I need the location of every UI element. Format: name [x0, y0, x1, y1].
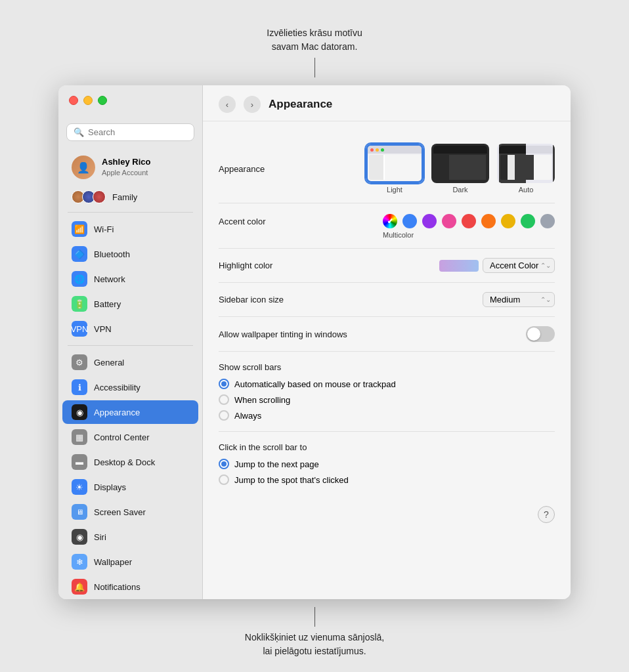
scroll-always-option[interactable]: Always [219, 410, 555, 421]
wallpaper-tinting-label: Allow wallpaper tinting in windows [219, 329, 347, 339]
thumb-content-light [369, 155, 420, 180]
profile-text: Ashley Rico Apple Account [102, 157, 150, 177]
thumb-sidebar-light [369, 155, 383, 180]
click-scroll-section: Click in the scroll bar to Jump to the n… [219, 432, 555, 495]
accent-color-multicolor[interactable]: ✓ [383, 214, 397, 228]
highlight-preview [439, 260, 479, 272]
thumb-main-auto [516, 155, 552, 180]
scroll-when-scrolling-radio[interactable] [219, 394, 229, 405]
accent-color-row: Accent color ✓ [219, 203, 555, 249]
appearance-thumb-light[interactable] [366, 144, 423, 183]
appearance-option-auto[interactable]: Auto [497, 144, 555, 194]
accent-color-green[interactable] [521, 214, 535, 228]
tooltip-bottom: Noklikšķiniet uz vienuma sānjoslā, lai p… [58, 607, 571, 658]
search-input[interactable] [88, 127, 187, 137]
highlight-color-select[interactable]: Accent Color [483, 258, 555, 273]
show-scroll-bars-label: Show scroll bars [219, 362, 555, 372]
thumb-content-auto [500, 155, 552, 180]
sidebar-icon-size-control: Medium [483, 292, 555, 307]
vpn-icon: VPN [72, 321, 87, 337]
accent-color-graphite[interactable] [540, 214, 555, 228]
accent-color-blue[interactable] [402, 214, 417, 228]
accent-color-pink[interactable] [442, 214, 456, 228]
sidebar-item-wifi[interactable]: 📶 Wi-Fi [62, 217, 198, 241]
appearance-option-light[interactable]: Light [366, 144, 423, 194]
thumb-content-dark [435, 155, 486, 180]
avatar: 👤 [72, 156, 95, 179]
help-button[interactable]: ? [538, 506, 555, 523]
content-body: Appearance [203, 121, 571, 599]
sidebar-item-family[interactable]: Family [62, 186, 198, 207]
notifications-icon: 🔔 [72, 579, 87, 595]
profile-name: Ashley Rico [102, 157, 150, 168]
displays-icon: ☀ [72, 479, 87, 495]
highlight-color-row: Highlight color Accent Color [219, 249, 555, 283]
wallpaper-tinting-toggle[interactable] [526, 326, 555, 342]
appearance-option-dark[interactable]: Dark [431, 144, 489, 194]
sidebar-item-screen-saver[interactable]: 🖥 Screen Saver [62, 500, 198, 524]
click-scroll-label: Click in the scroll bar to [219, 442, 555, 452]
thumb-main-dark [450, 155, 486, 180]
control-center-icon: ▦ [72, 429, 87, 445]
thumb-dot-green [381, 148, 384, 152]
sidebar-item-siri[interactable]: ◉ Siri [62, 525, 198, 549]
scroll-auto-radio[interactable] [219, 379, 229, 389]
profile-item[interactable]: 👤 Ashley Rico Apple Account [62, 150, 198, 184]
accent-color-red[interactable] [462, 214, 476, 228]
close-button[interactable] [69, 96, 78, 105]
sidebar-item-network[interactable]: 🌐 Network [62, 267, 198, 291]
sidebar-icon-size-select[interactable]: Medium [483, 292, 555, 307]
help-area: ? [219, 506, 555, 523]
sidebar-item-vpn[interactable]: VPN VPN [62, 317, 198, 341]
family-avatar-3 [93, 190, 106, 203]
sidebar-divider-2 [68, 345, 193, 346]
scroll-when-scrolling-label: When scrolling [234, 395, 290, 405]
sidebar-label-network: Network [94, 274, 125, 284]
search-box[interactable]: 🔍 [66, 123, 194, 141]
accent-color-yellow[interactable] [501, 214, 515, 228]
scroll-always-radio[interactable] [219, 410, 229, 421]
appearance-thumb-auto[interactable] [497, 144, 555, 183]
thumb-bar-auto [499, 146, 553, 154]
highlight-color-dropdown-wrapper[interactable]: Accent Color [439, 258, 555, 273]
thumb-bar-light [368, 146, 422, 154]
sidebar-label-wallpaper: Wallpaper [94, 557, 132, 567]
thumb-sidebar-dark [435, 155, 449, 180]
appearance-thumb-dark[interactable] [431, 144, 489, 183]
appearance-row: Appearance [219, 135, 555, 203]
sidebar-item-general[interactable]: ⚙ General [62, 350, 198, 374]
sidebar-item-notifications[interactable]: 🔔 Notifications [62, 575, 198, 598]
click-spot-radio[interactable] [219, 474, 229, 485]
click-next-page-radio[interactable] [219, 459, 229, 469]
main-content: ‹ › Appearance Appearance [203, 85, 571, 599]
nav-forward-button[interactable]: › [244, 96, 261, 113]
sidebar-divider-1 [68, 212, 193, 213]
accent-color-orange[interactable] [481, 214, 496, 228]
accessibility-icon: ℹ [72, 379, 87, 395]
accent-color-purple[interactable] [422, 214, 437, 228]
scroll-auto-option[interactable]: Automatically based on mouse or trackpad [219, 379, 555, 389]
scroll-bars-radio-group: Automatically based on mouse or trackpad… [219, 379, 555, 421]
sidebar-item-bluetooth[interactable]: 🔷 Bluetooth [62, 242, 198, 266]
sidebar-label-notifications: Notifications [94, 582, 141, 592]
sidebar-item-accessibility[interactable]: ℹ Accessibility [62, 375, 198, 399]
sidebar-item-appearance[interactable]: ◉ Appearance [62, 400, 198, 424]
window: 🔍 👤 Ashley Rico Apple Account [58, 85, 571, 599]
click-next-page-option[interactable]: Jump to the next page [219, 459, 555, 469]
color-dots: ✓ [383, 214, 555, 228]
sidebar-item-control-center[interactable]: ▦ Control Center [62, 425, 198, 449]
general-icon: ⚙ [72, 354, 87, 370]
minimize-button[interactable] [83, 96, 93, 105]
wallpaper-icon: ❄ [72, 554, 87, 570]
sidebar-item-displays[interactable]: ☀ Displays [62, 475, 198, 499]
sidebar-item-desktop-dock[interactable]: ▬ Desktop & Dock [62, 450, 198, 474]
nav-back-button[interactable]: ‹ [219, 96, 236, 113]
sidebar-item-battery[interactable]: 🔋 Battery [62, 292, 198, 316]
appearance-row-label: Appearance [219, 164, 324, 174]
sidebar-item-wallpaper[interactable]: ❄ Wallpaper [62, 550, 198, 574]
click-spot-option[interactable]: Jump to the spot that's clicked [219, 474, 555, 485]
family-avatars [72, 190, 103, 203]
scroll-when-scrolling-option[interactable]: When scrolling [219, 394, 555, 405]
sidebar-icon-size-dropdown-wrapper[interactable]: Medium [483, 292, 555, 307]
maximize-button[interactable] [98, 96, 107, 105]
